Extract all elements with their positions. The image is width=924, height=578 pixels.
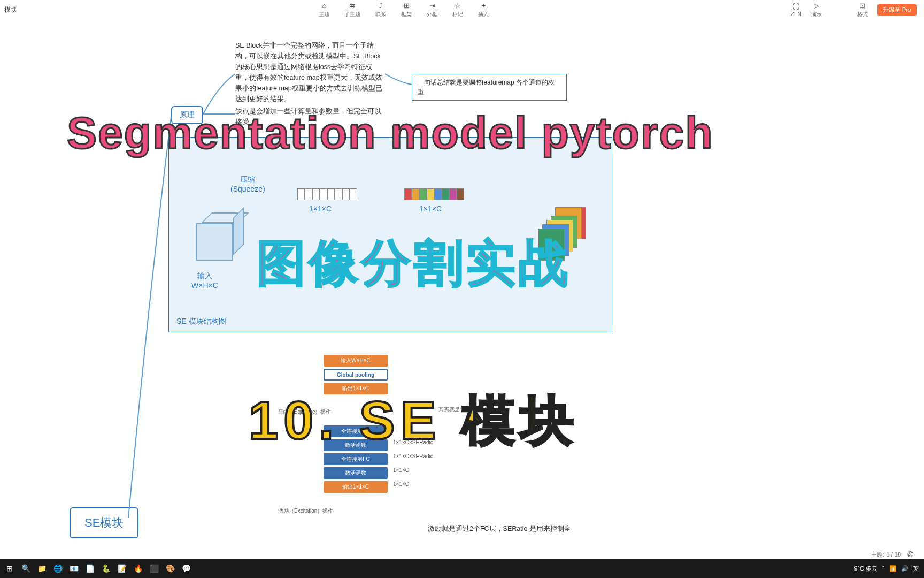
relation-icon: ⤴ — [376, 2, 385, 10]
status-ime: ㊵ — [907, 551, 913, 558]
tray-volume-icon[interactable]: 🔊 — [901, 565, 908, 572]
tb-format[interactable]: ⊡格式 — [857, 2, 868, 18]
start-button[interactable]: ⊞ — [2, 561, 17, 576]
flow-global-pooling[interactable]: Global pooling — [324, 369, 388, 381]
node-root[interactable]: SE模块 — [70, 507, 138, 538]
label-dim-d: 1×1×C — [393, 481, 409, 487]
overlay-segmentation-title: Segmentation model pytorch — [67, 107, 713, 159]
home-icon: ⌂ — [320, 2, 328, 10]
upgrade-button[interactable]: 升级至 Pro — [877, 4, 917, 16]
label-dim2: 1×1×C — [419, 204, 442, 213]
tray-wifi-icon[interactable]: 📶 — [889, 565, 897, 572]
label-input: 输入 W×H×C — [191, 271, 218, 290]
app-icon-1[interactable]: 🔥 — [130, 561, 145, 576]
toolbar-right-group: ⛶ZEN ▷演示 ⊡格式 升级至 Pro — [791, 2, 924, 18]
topic-counter: 主题: 1 / 18 — [871, 551, 901, 559]
editor-icon[interactable]: 📝 — [114, 561, 129, 576]
app-icon-2[interactable]: 🎨 — [163, 561, 178, 576]
node-root-label: SE模块 — [84, 516, 124, 529]
flow-act2[interactable]: 激活函数 — [324, 467, 388, 479]
present-icon: ▷ — [812, 2, 821, 10]
flow-output-2[interactable]: 输出1×1×C — [324, 481, 388, 493]
tb-frame[interactable]: ⊞框架 — [401, 2, 412, 18]
subtheme-icon: ⇆ — [348, 2, 357, 10]
python-icon[interactable]: 🐍 — [98, 561, 113, 576]
tb-present[interactable]: ▷演示 — [811, 2, 822, 18]
wechat-icon[interactable]: 💬 — [179, 561, 194, 576]
plus-icon: + — [479, 2, 488, 10]
note-summary[interactable]: 一句话总结就是要调整featuremap 各个通道的权重 — [412, 74, 567, 101]
tb-subtheme[interactable]: ⇆子主题 — [344, 2, 360, 18]
tab-label: 模块 — [4, 5, 17, 14]
search-icon[interactable]: 🔍 — [18, 561, 33, 576]
doc-icon[interactable]: 📄 — [82, 561, 97, 576]
app-toolbar: 模块 ⌂主题 ⇆子主题 ⤴联系 ⊞框架 ⇥外框 ☆标记 +插入 ⛶ZEN ▷演示… — [0, 0, 924, 20]
weather-widget[interactable]: 9°C 多云 — [854, 565, 877, 573]
text-description-1[interactable]: SE Block并非一个完整的网络，而且一个子结构，可以嵌在其他分类或检测模型中… — [235, 40, 385, 104]
strip-2 — [404, 188, 464, 200]
overlay-chapter-title: 10. SE 模块 — [249, 385, 579, 458]
mail-icon[interactable]: 📧 — [66, 561, 81, 576]
tb-marker[interactable]: ☆标记 — [452, 2, 463, 18]
tab-area: 模块 — [0, 5, 17, 14]
windows-taskbar: ⊞ 🔍 📁 🌐 📧 📄 🐍 📝 🔥 ⬛ 🎨 💬 9°C 多云 ˄ 📶 🔊 英 — [0, 559, 924, 578]
label-squeeze: 压缩 (Squeeze) — [230, 175, 265, 193]
zen-icon: ⛶ — [792, 3, 800, 10]
frame-icon: ⊞ — [402, 2, 411, 10]
system-tray: 9°C 多云 ˄ 📶 🔊 英 — [854, 565, 924, 573]
label-dim-c: 1×1×C — [393, 467, 409, 473]
explorer-icon[interactable]: 📁 — [34, 561, 49, 576]
cube-input — [196, 212, 244, 261]
overlay-chinese-title: 图像分割实战 — [257, 230, 571, 296]
toolbar-center-group: ⌂主题 ⇆子主题 ⤴联系 ⊞框架 ⇥外框 ☆标记 +插入 — [17, 2, 791, 18]
status-bar: 主题: 1 / 18 ㊵ — [0, 550, 924, 559]
tb-outline[interactable]: ⇥外框 — [427, 2, 437, 18]
ime-indicator[interactable]: 英 — [913, 565, 919, 573]
text-excitation-note[interactable]: 激励就是通过2个FC层，SERatio 是用来控制全 — [428, 523, 571, 534]
outline-icon: ⇥ — [428, 2, 436, 10]
diagram-title: SE 模块结构图 — [176, 317, 226, 326]
tb-insert[interactable]: +插入 — [478, 2, 489, 18]
format-icon: ⊡ — [858, 2, 867, 10]
label-excitation-op: 激励（Excitation）操作 — [278, 507, 333, 515]
star-icon: ☆ — [453, 2, 462, 10]
tb-theme[interactable]: ⌂主题 — [319, 2, 329, 18]
taskbar-apps: ⊞ 🔍 📁 🌐 📧 📄 🐍 📝 🔥 ⬛ 🎨 💬 — [0, 561, 194, 576]
strip-1 — [297, 188, 357, 200]
tb-relation[interactable]: ⤴联系 — [375, 2, 386, 18]
browser-icon[interactable]: 🌐 — [50, 561, 65, 576]
label-dim1: 1×1×C — [309, 204, 332, 213]
terminal-icon[interactable]: ⬛ — [147, 561, 161, 576]
tb-zen[interactable]: ⛶ZEN — [791, 3, 802, 17]
flow-input[interactable]: 输入W×H×C — [324, 355, 388, 367]
tray-up-icon[interactable]: ˄ — [882, 565, 885, 572]
